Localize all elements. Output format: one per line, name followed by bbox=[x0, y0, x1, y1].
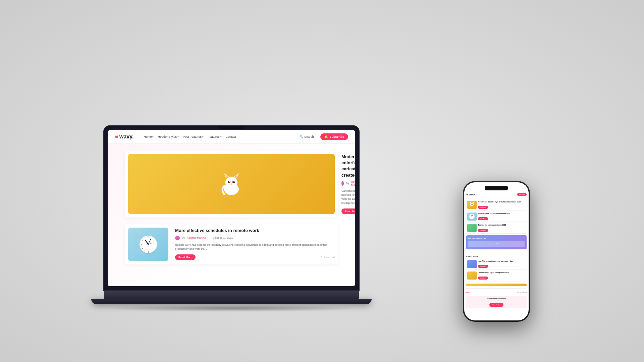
laptop-screen-wrapper: ≋ wavy. Home Header Styles Post Features… bbox=[104, 126, 359, 290]
svg-point-9 bbox=[234, 181, 235, 182]
phone-thumb-cat bbox=[467, 201, 477, 209]
website: ≋ wavy. Home Header Styles Post Features… bbox=[108, 130, 355, 286]
svg-text:11: 11 bbox=[144, 237, 146, 239]
phone-card-2: More effective schedules in remote work … bbox=[466, 212, 527, 222]
phone-footer-nav: wavy. Home · Contact bbox=[466, 291, 527, 294]
author-avatar-2 bbox=[175, 236, 180, 240]
phone-card-5-title: Creative AI art styles taking over socia… bbox=[478, 272, 526, 274]
logo-waves-icon: ≋ bbox=[115, 134, 118, 139]
phone-subscribe-action[interactable]: Subscribe Now bbox=[489, 303, 504, 307]
phone-read-more-5[interactable]: Read More bbox=[478, 277, 488, 280]
nav-header-styles[interactable]: Header Styles bbox=[158, 135, 179, 138]
navigation: ≋ wavy. Home Header Styles Post Features… bbox=[108, 130, 355, 144]
phone-section-title: Latest Posts bbox=[466, 254, 527, 258]
phone-banner-cta[interactable]: Explore All Posts → bbox=[490, 243, 502, 245]
chevron-down-icon bbox=[220, 135, 222, 138]
phone-notch bbox=[485, 186, 508, 190]
phone-inner: ≋ wavy. Subscribe bbox=[464, 182, 529, 320]
subscribe-label: Subscribe bbox=[329, 135, 344, 138]
search-label: Search bbox=[304, 135, 314, 138]
nav-search[interactable]: 🔍 Search bbox=[300, 135, 314, 138]
phone-card-4-body: How AI changes the way we work every day… bbox=[478, 260, 526, 268]
svg-point-32 bbox=[148, 244, 149, 245]
phone-logo: ≋ wavy. bbox=[466, 193, 475, 196]
svg-point-10 bbox=[231, 183, 232, 184]
svg-point-36 bbox=[471, 204, 472, 204]
article-2-meta: By Adriana Martins — October 21, 2023 bbox=[175, 236, 335, 240]
phone-banner-text: Discover more articles bbox=[468, 237, 525, 239]
nav-home[interactable]: Home bbox=[144, 135, 154, 138]
read-more-button-1[interactable]: Read More bbox=[341, 208, 355, 214]
phone-thumb-green bbox=[467, 224, 477, 232]
by-label: By bbox=[346, 182, 349, 185]
chevron-down-icon bbox=[202, 135, 204, 138]
article-card-2: 12 3 6 9 1 2 4 5 7 8 bbox=[125, 224, 338, 264]
phone-card-1: Modern and colorful style of caricatures… bbox=[466, 200, 527, 210]
logo[interactable]: ≋ wavy. bbox=[115, 134, 133, 140]
laptop-notch bbox=[218, 126, 245, 129]
clock-icon-2: ⏱ bbox=[320, 256, 323, 258]
phone-thumb-cat-2 bbox=[467, 272, 477, 280]
nav-links: Home Header Styles Post Features Feature… bbox=[144, 135, 236, 138]
phone-subscribe-btn[interactable]: Subscribe bbox=[517, 193, 527, 196]
nav-features[interactable]: Features bbox=[208, 135, 222, 138]
logo-text: wavy. bbox=[119, 134, 133, 140]
phone-clock-icon bbox=[468, 213, 476, 220]
svg-text:6: 6 bbox=[148, 251, 149, 253]
phone-divider-2 bbox=[466, 288, 527, 289]
article-2-excerpt: Remote work has become increasingly prev… bbox=[175, 243, 335, 251]
author-name: Adriana Martins bbox=[351, 180, 355, 186]
phone-card-5-body: Creative AI art styles taking over socia… bbox=[478, 272, 526, 280]
phone-card-1-body: Modern and colorful style of caricatures… bbox=[478, 201, 526, 209]
nav-contact[interactable]: Contact bbox=[226, 135, 236, 138]
article-date-2: October 21, 2023 bbox=[212, 236, 233, 239]
cat-illustration bbox=[218, 171, 245, 197]
phone-read-more-2[interactable]: Read More bbox=[478, 217, 488, 220]
phone-shell: ≋ wavy. Subscribe bbox=[463, 181, 530, 322]
svg-point-33 bbox=[470, 203, 474, 206]
phone-subscribe-title: Subscribe to Newsletter bbox=[468, 298, 525, 300]
read-more-button-2[interactable]: Read More bbox=[175, 254, 196, 260]
chevron-down-icon bbox=[152, 135, 154, 138]
phone-nav: ≋ wavy. Subscribe bbox=[464, 192, 529, 197]
meta-dash-2: — bbox=[208, 236, 210, 239]
article-1-meta: By Adriana Martins — October 21, 2023 bbox=[341, 180, 355, 186]
svg-point-42 bbox=[472, 216, 472, 217]
author-avatar bbox=[341, 181, 344, 186]
phone-card-3-body: Top tips for creative design in 2023 Rea… bbox=[478, 224, 526, 232]
subscribe-button[interactable]: 🔔 Subscribe bbox=[320, 133, 348, 140]
phone-read-more-4[interactable]: Read More bbox=[478, 265, 488, 268]
search-icon: 🔍 bbox=[300, 135, 303, 138]
chevron-down-icon bbox=[177, 135, 179, 138]
article-2-footer: Read More ⏱ 1 min read bbox=[175, 254, 335, 260]
phone-card-4: How AI changes the way we work every day… bbox=[466, 259, 527, 269]
phone-read-more-3[interactable]: Read More bbox=[478, 229, 488, 232]
svg-text:3: 3 bbox=[155, 243, 156, 245]
phone-screen: ≋ wavy. Subscribe bbox=[464, 182, 529, 320]
phone-content: Modern and colorful style of caricatures… bbox=[464, 198, 529, 310]
svg-point-38 bbox=[472, 205, 472, 205]
laptop-screen: ≋ wavy. Home Header Styles Post Features… bbox=[108, 130, 355, 286]
phone-read-more-1[interactable]: Read More bbox=[478, 206, 488, 209]
phone-subscribe-section: Subscribe to Newsletter Subscribe Now bbox=[466, 296, 527, 308]
laptop-bottom bbox=[91, 299, 372, 304]
by-label-2: By bbox=[182, 236, 185, 239]
laptop-shadow bbox=[104, 305, 359, 312]
article-1-body: Modern and colorful style of caricatures… bbox=[341, 154, 355, 214]
phone-card-1-title: Modern and colorful style of caricatures… bbox=[478, 201, 526, 203]
phone-cat-icon bbox=[468, 201, 476, 208]
phone-card-3: Top tips for creative design in 2023 Rea… bbox=[466, 223, 527, 233]
phone-divider bbox=[466, 252, 527, 252]
clock-illustration: 12 3 6 9 1 2 4 5 7 8 bbox=[137, 233, 160, 256]
author-name-2: Adriana Martins bbox=[187, 236, 206, 239]
phone-thumb-clock bbox=[467, 213, 477, 221]
phone-card-5: Creative AI art styles taking over socia… bbox=[466, 270, 527, 281]
svg-text:10: 10 bbox=[142, 239, 144, 241]
phone-footer-strip bbox=[466, 284, 527, 286]
nav-post-features[interactable]: Post Features bbox=[183, 135, 204, 138]
bell-icon: 🔔 bbox=[324, 135, 328, 138]
article-2-thumbnail: 12 3 6 9 1 2 4 5 7 8 bbox=[128, 228, 168, 261]
read-time-text-2: 1 min read bbox=[324, 256, 335, 258]
site-content: Modern and colorful style of caricatures… bbox=[108, 144, 355, 286]
phone-footer-logo: wavy. bbox=[466, 291, 471, 293]
